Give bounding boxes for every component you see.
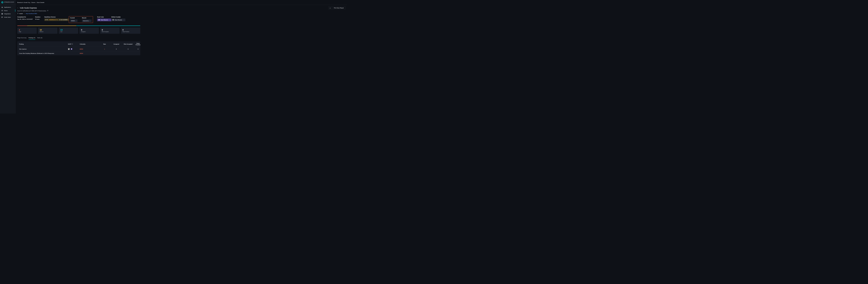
- table-header: Finding SAST i Criticality New Assigned …: [17, 41, 140, 47]
- completed-on-label: Completed On: [17, 16, 35, 18]
- tab-findings[interactable]: Findings (7): [29, 36, 35, 39]
- th-finding: Finding: [19, 43, 68, 45]
- completed-on-value: Sep 06, 2022 at 13:06 MDT: [17, 19, 35, 20]
- cell-criticality: HIGH: [80, 49, 99, 50]
- sidebar-item-invite-users[interactable]: Invite Users: [0, 15, 16, 19]
- brand-text: STACKHAWK: [4, 2, 14, 3]
- hawkscan-version-tag: 2.7.0 HawkScan 2.7.1 is now available: [44, 19, 69, 21]
- scan-url-link[interactable]: http://localhost:3001: [26, 13, 37, 14]
- snyk-icon: [98, 19, 100, 21]
- sidebar-item-integrations[interactable]: Integrations: [0, 12, 16, 15]
- topbar: Brandon's Gmail Org › Scans › Scan Detai…: [16, 0, 347, 5]
- scan-id-label: Scan ID: 6a45cd5d-ecc7-4581-8c79-7b3ecb1…: [17, 10, 46, 11]
- grid-icon: [1, 13, 3, 14]
- svg-point-7: [2, 17, 2, 17]
- github-icon: [113, 19, 114, 21]
- stat-card-low[interactable]: 13 Low: [59, 28, 78, 34]
- stat-card-assigned[interactable]: 0 Assigned: [80, 28, 99, 34]
- svg-rect-4: [2, 13, 3, 13]
- svg-rect-3: [2, 13, 2, 13]
- stats-row: 2 High 10 Medium 13 Low 0 Assigned 0 R: [17, 28, 140, 34]
- breadcrumb-scans[interactable]: Scans: [31, 2, 35, 3]
- stat-card-high[interactable]: 2 High: [17, 28, 37, 34]
- commit-label: Commit: [70, 17, 80, 19]
- cell-assigned: 0: [111, 49, 122, 50]
- table-row[interactable]: SQL Injection HIGH 1 0 0 0: [17, 47, 140, 51]
- cell-criticality: HIGH: [80, 53, 99, 54]
- brand-logo[interactable]: STACKHAWK: [0, 0, 16, 5]
- breadcrumb: Brandon's Gmail Org › Scans › Scan Detai…: [17, 2, 44, 3]
- stat-card-medium[interactable]: 10 Medium: [38, 28, 57, 34]
- stat-card-risk-accepted[interactable]: 0 Risk Accepted: [100, 28, 120, 34]
- svg-rect-6: [2, 14, 3, 14]
- sidebar-item-applications[interactable]: Applications: [0, 6, 16, 9]
- git-branch-icon: [17, 13, 19, 14]
- page-title: Vuln Node Express: [20, 7, 37, 9]
- download-icon: [330, 7, 331, 9]
- cell-finding: Cross Site Scripting Weakness (Reflected…: [19, 53, 68, 54]
- th-sast: SAST i: [68, 43, 80, 45]
- sidebar-item-label: Scans: [4, 10, 8, 11]
- snyk-code-label: Snyk Code: [97, 16, 111, 18]
- breadcrumb-sep: ›: [36, 2, 36, 3]
- snyk-icon[interactable]: [70, 48, 72, 50]
- stackhawk-logo-icon: [1, 1, 4, 4]
- cell-risk-accepted: 0: [122, 49, 134, 50]
- severity-low-seg: [76, 26, 141, 26]
- svg-rect-5: [2, 14, 2, 14]
- th-criticality: Criticality: [80, 43, 99, 45]
- th-false-positive: False Positive: [134, 42, 142, 45]
- user-plus-icon: [1, 16, 3, 18]
- cell-sast: [68, 48, 80, 50]
- sidebar-item-label: Integrations: [4, 13, 11, 14]
- tabs: Plugin Summary Findings (7) Paths (6): [17, 36, 345, 39]
- github-codeql-label: GitHub CodeQL: [111, 16, 125, 18]
- th-assigned: Assigned: [111, 43, 122, 45]
- print-scan-report-button[interactable]: Print Scan Report: [332, 6, 345, 9]
- sidebar: STACKHAWK Applications Scans Integration…: [0, 0, 16, 114]
- branch-chip: master: [17, 13, 23, 14]
- severity-high-seg: [17, 26, 27, 26]
- duration-label: Duration: [35, 16, 44, 18]
- severity-medium-seg: [27, 26, 76, 26]
- download-button[interactable]: [329, 6, 332, 9]
- breadcrumb-sep: ›: [31, 2, 31, 3]
- breadcrumb-current: Scan Details: [37, 2, 44, 3]
- cell-finding: SQL Injection: [19, 49, 68, 50]
- branch-label: Branch: [82, 17, 92, 19]
- snyk-view-results-button[interactable]: View Results: [97, 19, 111, 21]
- tab-paths[interactable]: Paths (6): [37, 36, 42, 39]
- th-new: New: [99, 43, 111, 45]
- sidebar-item-scans[interactable]: Scans: [0, 9, 16, 12]
- svg-point-0: [2, 2, 2, 2]
- cell-new: 1: [99, 49, 111, 50]
- stack-icon: [1, 6, 3, 8]
- copy-icon[interactable]: [47, 10, 48, 11]
- sidebar-item-label: Invite Users: [4, 16, 11, 18]
- back-arrow-icon[interactable]: [17, 7, 19, 9]
- hawkscan-version-label: HawkScan Version: [44, 16, 69, 18]
- stat-card-false-positive[interactable]: 0 False Positive: [121, 28, 140, 34]
- github-view-results-button[interactable]: View Results: [111, 19, 125, 21]
- scan-icon: [1, 10, 3, 11]
- findings-table: Finding SAST i Criticality New Assigned …: [17, 41, 140, 55]
- commit-chip[interactable]: f356095…: [70, 20, 78, 22]
- sidebar-item-label: Applications: [4, 6, 11, 8]
- duration-value: 34 secs: [35, 19, 44, 20]
- branch-chip-value[interactable]: feature/my-se…: [82, 20, 91, 22]
- info-icon[interactable]: i: [72, 43, 73, 44]
- th-risk-accepted: Risk Accepted: [122, 43, 134, 45]
- github-icon[interactable]: [68, 48, 70, 50]
- severity-distribution-bar: [17, 26, 140, 26]
- table-row[interactable]: Cross Site Scripting Weakness (Reflected…: [17, 51, 140, 55]
- cell-false-positive: 0: [134, 49, 142, 50]
- breadcrumb-org[interactable]: Brandon's Gmail Org: [17, 2, 30, 3]
- commit-branch-highlight: Commit f356095… Branch feature/my-se…: [69, 16, 93, 23]
- tab-plugin-summary[interactable]: Plugin Summary: [17, 36, 27, 39]
